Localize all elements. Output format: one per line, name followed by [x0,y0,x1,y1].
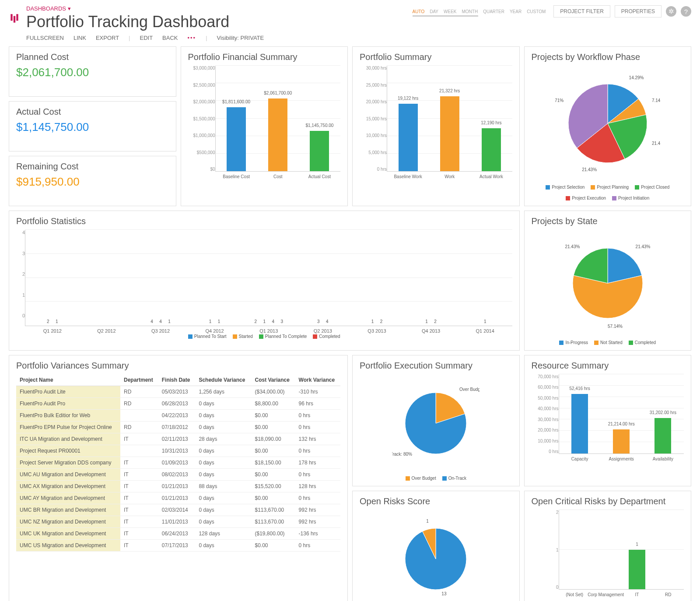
card-title: Remaining Cost [16,162,169,172]
export-button[interactable]: EXPORT [96,35,119,41]
portfolio-statistics-card: Portfolio Statistics 01234 21Q1 2012Q2 2… [9,211,520,351]
table-row[interactable]: FluentPro Bulk Editior for Web04/22/2013… [16,410,340,422]
svg-text:21.43%: 21.43% [565,244,580,249]
legend-item: Project Selection [546,185,584,190]
time-tab-week[interactable]: WEEK [444,9,456,14]
card-title: Actual Cost [16,107,169,117]
portfolio-summary-card: Portfolio Summary 0 hrs5,000 hrs10,000 h… [352,46,520,206]
legend-item: Project Planning [591,185,629,190]
legend-item: Over Budget [406,476,436,481]
legend-item: Project Execution [566,196,606,200]
svg-text:13: 13 [442,591,447,596]
table-row[interactable]: Project Server Migration DDS companyIT01… [16,457,340,469]
table-header[interactable]: Project Name [16,374,120,386]
card-title: Open Critical Risks by Department [532,496,684,506]
dashboards-menu[interactable]: DASHBOARDS ▾ [26,5,413,12]
properties-button[interactable]: PROPERTIES [615,5,662,18]
bar: $2,061,700.00Cost [268,98,287,171]
svg-text:35.71%: 35.71% [555,98,564,103]
svg-rect-0 [10,14,12,21]
table-row[interactable]: UMC NZ Migration and DevelopmentIT11/01/… [16,516,340,528]
time-tab-quarter[interactable]: QUARTER [483,9,504,14]
portfolio-statistics-legend: Planned To StartStartedPlanned To Comple… [16,334,512,339]
legend-item: In-Progress [559,340,588,345]
table-row[interactable]: ITC UA Migration and DevelopmentIT02/11/… [16,433,340,445]
fullscreen-button[interactable]: FULLSCREEN [26,35,64,41]
edit-button[interactable]: EDIT [140,35,153,41]
card-title: Portfolio Statistics [16,216,512,226]
variances-summary-card: Portfolio Variances Summary Project Name… [9,355,348,601]
svg-rect-2 [16,14,18,21]
svg-text:On-Track: 80%: On-Track: 80% [392,452,412,457]
table-row[interactable]: UMC AY Migration and DevelopmentIT01/21/… [16,492,340,504]
table-row[interactable]: UMC AX Migration and DevelopmentIT01/21/… [16,481,340,492]
table-row[interactable]: Project Request PR0000110/31/20130 days$… [16,445,340,457]
project-filter-button[interactable]: PROJECT FILTER [553,5,610,18]
projects-by-state-chart: 21.43%57.14%21.43% [532,230,684,337]
svg-text:7.14%: 7.14% [652,98,660,103]
card-title: Portfolio Summary [360,52,512,62]
table-header[interactable]: Schedule Variance [195,374,251,386]
svg-text:1: 1 [427,519,429,524]
table-header[interactable]: Work Variance [295,374,340,386]
more-menu[interactable]: ••• [188,35,196,41]
critical-risks-dept-card: Open Critical Risks by Department 012(No… [524,491,692,601]
bar: 21,214.00 hrsAssignments [613,429,630,453]
table-row[interactable]: UMC BR Migration and DevelopmentIT02/03/… [16,504,340,516]
help-icon[interactable]: ? [681,6,691,17]
time-tab-auto[interactable]: AUTO [413,9,425,14]
projects-by-state-card: Projects by State 21.43%57.14%21.43% In-… [524,211,692,351]
card-title: Open Risks Score [360,496,512,506]
bar: $1,811,600.00Baseline Cost [227,107,246,171]
legend-item: Planned To Start [188,334,227,339]
card-title: Portfolio Variances Summary [16,361,340,371]
svg-text:Over Budget: 20%: Over Budget: 20% [459,387,480,392]
time-range-tabs[interactable]: AUTODAYWEEKMONTHQUARTERYEARCUSTOM [413,9,546,14]
portfolio-summary-chart: 0 hrs5,000 hrs10,000 hrs15,000 hrs20,000… [360,66,512,179]
financial-summary-chart: $0$500,000$1,000,000$1,500,000$2,000,000… [188,66,341,179]
resource-summary-card: Resource Summary 0 hrs10,000 hrs20,000 h… [524,355,692,486]
table-header[interactable]: Finish Date [158,374,196,386]
time-tab-day[interactable]: DAY [430,9,438,14]
svg-text:14.29%: 14.29% [629,75,644,80]
link-button[interactable]: LINK [74,35,86,41]
actual-cost-card: Actual Cost $1,145,750.00 [9,101,176,151]
remaining-cost-card: Remaining Cost $915,950.00 [9,156,176,206]
legend-item: Started [233,334,253,339]
legend-item: Not Started [594,340,623,345]
open-risks-score-chart: 131 [360,510,512,601]
critical-risks-dept-chart: 012(Not Set)Corp Management1ITRD [532,510,684,597]
table-row[interactable]: FluentPro EPM Pulse for Project OnlineRD… [16,422,340,433]
time-tab-month[interactable]: MONTH [462,9,478,14]
card-title: Planned Cost [16,52,169,62]
table-row[interactable]: FluentPro Audit LiteRD05/03/20131,256 da… [16,386,340,398]
table-row[interactable]: UMC US Migration and DevelopmentIT07/17/… [16,540,340,552]
page-title: Portfolio Tracking Dashboard [26,13,413,31]
bar: 12,190 hrsActual Work [482,128,501,171]
time-tab-custom[interactable]: CUSTOM [527,9,546,14]
card-title: Projects by State [532,216,684,226]
separator: | [206,35,207,41]
card-title: Projects by Workflow Phase [532,52,684,62]
table-row[interactable]: FluentPro Audit ProRD06/28/20130 days$8,… [16,398,340,410]
remaining-cost-value: $915,950.00 [16,175,169,189]
bar: 31,202.00 hrsAvailability [654,418,671,453]
card-title: Portfolio Financial Summary [188,52,341,62]
time-tab-year[interactable]: YEAR [510,9,522,14]
back-button[interactable]: BACK [162,35,178,41]
planned-cost-value: $2,061,700.00 [16,66,169,79]
execution-summary-chart: Over Budget: 20%On-Track: 80% [360,374,512,472]
portfolio-statistics-chart: 21Q1 2012Q2 2012441Q3 201211Q4 20122143Q… [25,230,512,326]
card-title: Resource Summary [532,361,684,371]
table-row[interactable]: UMC AU Migration and DevelopmentIT08/02/… [16,469,340,481]
time-slider[interactable] [413,15,478,17]
table-header[interactable]: Cost Variance [252,374,295,386]
table-header[interactable]: Department [120,374,158,386]
logo-icon [9,14,20,27]
execution-summary-legend: Over BudgetOn-Track [360,476,512,481]
legend-item: Planned To Complete [259,334,307,339]
visibility-label: Visibility: PRIVATE [217,35,264,41]
bar: $1,145,750.00Actual Cost [310,131,329,171]
table-row[interactable]: UMC UK Migration and DevelopmentIT06/24/… [16,528,340,540]
gear-icon[interactable]: ✲ [666,6,676,17]
